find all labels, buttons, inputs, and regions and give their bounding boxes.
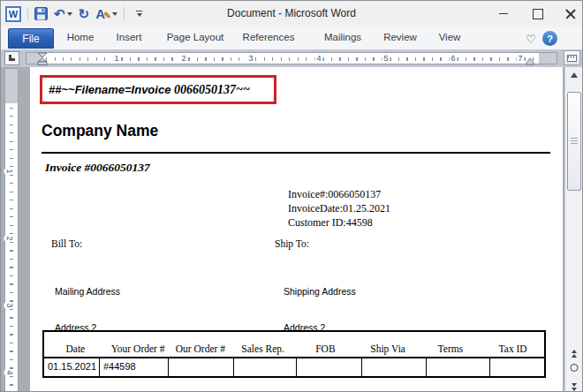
ruler-icon bbox=[567, 55, 577, 62]
col-header-ship-via: Ship Via bbox=[357, 343, 420, 357]
double-chevron-up-icon bbox=[572, 350, 577, 353]
ruler-number: 3 bbox=[246, 54, 254, 63]
cell-your-order[interactable]: #44598 bbox=[100, 358, 169, 376]
tab-file[interactable]: File bbox=[8, 28, 54, 49]
ruler-number: 3 bbox=[4, 303, 15, 307]
filename-marker-text: ##~~Filename=Invoice bbox=[49, 83, 174, 96]
double-chevron-up-icon bbox=[572, 354, 577, 358]
ruler-number: 7 bbox=[516, 54, 524, 63]
col-header-fob: FOB bbox=[294, 343, 357, 357]
tab-mailings[interactable]: Mailings bbox=[324, 32, 361, 42]
col-header-our-order: Our Order # bbox=[170, 343, 232, 357]
select-browse-object-button[interactable] bbox=[570, 364, 578, 372]
filename-marker-suffix: ~~ bbox=[236, 83, 250, 97]
address-line: Shipping Address bbox=[284, 286, 360, 298]
ship-to-label: Ship To: bbox=[275, 238, 309, 249]
col-header-date: Date bbox=[44, 343, 107, 357]
col-header-tax-id: Tax ID bbox=[481, 343, 544, 357]
heading-rule bbox=[42, 152, 550, 154]
scrollbar-thumb[interactable] bbox=[567, 92, 581, 191]
ruler-row: 1 2 3 4 5 6 7 bbox=[1, 50, 582, 67]
invoice-table-header-row: Date Your Order # Our Order # Sales Rep.… bbox=[44, 332, 544, 358]
minimize-button[interactable] bbox=[497, 7, 510, 19]
filename-marker-number: 0066050137 bbox=[174, 83, 236, 97]
title-bar: W ↶ ↻ A ✎ bbox=[1, 1, 582, 26]
arrow-up-icon bbox=[571, 72, 578, 78]
help-button[interactable]: ? bbox=[542, 31, 557, 46]
invoice-number-heading: Invoice #0066050137 bbox=[45, 161, 150, 175]
ribbon-tab-row: File Home Insert Page Layout References … bbox=[1, 26, 582, 50]
vertical-ruler[interactable]: 1 2 3 4 bbox=[4, 68, 19, 392]
address-line: Mailing Address bbox=[55, 286, 131, 298]
next-page-button[interactable] bbox=[565, 383, 582, 391]
vertical-scrollbar[interactable] bbox=[564, 67, 582, 392]
col-header-your-order: Your Order # bbox=[107, 343, 170, 357]
previous-page-button[interactable] bbox=[565, 350, 582, 358]
ruler-number: 1 bbox=[4, 169, 15, 173]
ruler-ticks bbox=[10, 108, 13, 388]
tab-insert[interactable]: Insert bbox=[117, 32, 142, 42]
tab-page-layout[interactable]: Page Layout bbox=[167, 32, 224, 42]
ruler-number: 6 bbox=[449, 54, 457, 63]
company-name-heading: Company Name bbox=[42, 122, 158, 140]
cell-tax-id[interactable] bbox=[490, 358, 544, 376]
ruler-number: 2 bbox=[179, 54, 187, 63]
view-ruler-button[interactable] bbox=[564, 50, 580, 65]
invoice-table[interactable]: Date Your Order # Our Order # Sales Rep.… bbox=[42, 330, 546, 378]
word-window: W ↶ ↻ A ✎ bbox=[0, 0, 583, 392]
ruler-number: 5 bbox=[382, 54, 390, 63]
indent-marker-icon[interactable] bbox=[37, 52, 48, 65]
close-button[interactable] bbox=[564, 7, 577, 19]
window-controls bbox=[497, 6, 577, 20]
cell-ship-via[interactable] bbox=[362, 358, 427, 376]
invoice-date-line: InvoiceDate:01.25.2021 bbox=[288, 201, 390, 215]
tab-view[interactable]: View bbox=[439, 32, 461, 42]
col-header-sales-rep: Sales Rep. bbox=[231, 343, 294, 357]
document-page[interactable]: ##~~Filename=Invoice 0066050137~~ Compan… bbox=[30, 67, 563, 392]
bill-to-label: Bill To: bbox=[51, 238, 82, 249]
maximize-button[interactable] bbox=[531, 7, 543, 19]
invoice-details-block: Invoice#:0066050137 InvoiceDate:01.25.20… bbox=[288, 187, 390, 230]
ruler-number: 1 bbox=[112, 54, 120, 63]
col-header-terms: Terms bbox=[420, 343, 482, 357]
left-tab-icon bbox=[9, 55, 15, 61]
ruler-right-margin bbox=[539, 53, 556, 64]
document-area: 1 2 3 4 ##~~Filename=Invoice 0066050137~… bbox=[1, 67, 582, 392]
window-title: Document - Microsoft Word bbox=[1, 7, 582, 19]
ruler-number: 4 bbox=[4, 370, 15, 374]
invoice-number-line: Invoice#:0066050137 bbox=[288, 187, 390, 201]
double-chevron-down-icon bbox=[572, 383, 577, 387]
filename-annotation-box: ##~~Filename=Invoice 0066050137~~ bbox=[40, 75, 276, 104]
cell-our-order[interactable] bbox=[169, 358, 234, 376]
tab-home[interactable]: Home bbox=[67, 32, 95, 42]
table-row: 01.15.2021 #44598 bbox=[44, 358, 544, 376]
cell-date[interactable]: 01.15.2021 bbox=[44, 358, 100, 376]
cell-fob[interactable] bbox=[297, 358, 362, 376]
customer-id-line: Customer ID:44598 bbox=[288, 215, 390, 230]
horizontal-ruler[interactable]: 1 2 3 4 5 6 7 bbox=[26, 52, 557, 64]
ruler-number: 2 bbox=[4, 236, 15, 240]
double-chevron-down-icon bbox=[572, 388, 577, 391]
tab-review[interactable]: Review bbox=[383, 32, 417, 42]
scroll-up-button[interactable] bbox=[565, 67, 582, 82]
heart-icon[interactable]: ♡ bbox=[526, 34, 536, 45]
cell-sales-rep[interactable] bbox=[234, 358, 297, 376]
tab-references[interactable]: References bbox=[243, 32, 295, 42]
thumb-grip-icon bbox=[571, 138, 578, 145]
ruler-top-margin bbox=[5, 69, 18, 103]
right-indent-marker-icon[interactable] bbox=[525, 57, 535, 65]
cell-terms[interactable] bbox=[427, 358, 490, 376]
tab-stop-selector[interactable] bbox=[4, 51, 19, 65]
ruler-number: 4 bbox=[314, 54, 322, 63]
